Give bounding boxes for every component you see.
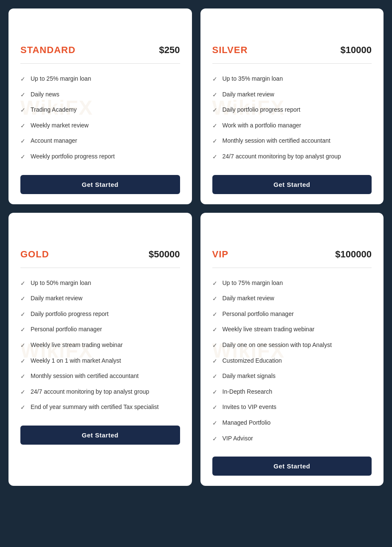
feature-item: ✓In-Depth Research xyxy=(212,384,372,400)
check-icon: ✓ xyxy=(20,357,25,366)
feature-item: ✓Work with a portfolio manager xyxy=(212,118,372,134)
feature-item: ✓Weekly portfolio progress report xyxy=(20,149,180,165)
feature-text: In-Depth Research xyxy=(223,388,273,396)
feature-text: Monthly session with certified accountan… xyxy=(223,137,330,145)
plan-card-standard: WikiFXSTANDARD$250✓Up to 25% margin loan… xyxy=(8,8,192,204)
check-icon: ✓ xyxy=(20,310,25,319)
feature-text: Managed Portfolio xyxy=(223,419,271,427)
feature-text: Trading Academy xyxy=(31,106,76,114)
feature-item: ✓Customized Education xyxy=(212,353,372,369)
plan-name: SILVER xyxy=(212,45,248,56)
feature-text: Daily portfolio progress report xyxy=(223,106,301,114)
feature-item: ✓Account manager xyxy=(20,133,180,149)
plan-name: STANDARD xyxy=(20,45,76,56)
plan-name: VIP xyxy=(212,249,228,260)
check-icon: ✓ xyxy=(20,91,25,99)
plan-header: SILVER$10000 xyxy=(212,45,372,56)
check-icon: ✓ xyxy=(212,435,217,443)
plan-price: $10000 xyxy=(341,45,372,56)
feature-item: ✓Invites to VIP events xyxy=(212,400,372,415)
feature-item: ✓24/7 account monitoring by top analyst … xyxy=(212,149,372,165)
features-list: ✓Up to 35% margin loan✓Daily market revi… xyxy=(212,71,372,165)
check-icon: ✓ xyxy=(212,388,217,397)
plan-divider xyxy=(20,268,180,268)
feature-text: Weekly live stream trading webinar xyxy=(223,325,315,334)
get-started-button-gold[interactable]: Get Started xyxy=(20,426,180,445)
feature-text: Daily news xyxy=(31,90,59,99)
check-icon: ✓ xyxy=(212,106,217,115)
feature-text: End of year summary with certified Tax s… xyxy=(31,403,159,412)
feature-item: ✓Up to 75% margin loan xyxy=(212,276,372,291)
feature-text: Account manager xyxy=(31,137,77,145)
feature-item: ✓Daily market signals xyxy=(212,369,372,384)
check-icon: ✓ xyxy=(212,153,217,161)
feature-item: ✓Daily market review xyxy=(20,291,180,307)
feature-text: Weekly 1 on 1 with market Analyst xyxy=(31,357,121,365)
feature-text: Up to 25% margin loan xyxy=(31,75,91,83)
feature-item: ✓Weekly live stream trading webinar xyxy=(20,338,180,353)
feature-text: Monthly session with certified accountan… xyxy=(31,372,138,381)
check-icon: ✓ xyxy=(20,279,25,288)
check-icon: ✓ xyxy=(212,419,217,428)
feature-item: ✓Monthly session with certified accounta… xyxy=(212,133,372,149)
feature-text: Weekly portfolio progress report xyxy=(31,152,115,161)
plan-header: VIP$100000 xyxy=(212,249,372,260)
feature-item: ✓Weekly live stream trading webinar xyxy=(212,322,372,338)
feature-item: ✓Up to 50% margin loan xyxy=(20,276,180,291)
feature-text: Daily market review xyxy=(223,90,274,99)
feature-item: ✓Up to 35% margin loan xyxy=(212,71,372,87)
check-icon: ✓ xyxy=(212,403,217,412)
check-icon: ✓ xyxy=(20,153,25,161)
features-list: ✓Up to 75% margin loan✓Daily market revi… xyxy=(212,276,372,447)
check-icon: ✓ xyxy=(20,372,25,381)
feature-item: ✓Trading Academy xyxy=(20,102,180,118)
feature-item: ✓Daily market review xyxy=(212,87,372,103)
feature-item: ✓Daily portfolio progress report xyxy=(212,102,372,118)
plan-header: STANDARD$250 xyxy=(20,45,180,56)
feature-item: ✓Personal portfolio manager xyxy=(20,322,180,338)
feature-text: Weekly market review xyxy=(31,121,89,130)
check-icon: ✓ xyxy=(20,75,25,84)
check-icon: ✓ xyxy=(20,137,25,146)
feature-text: 24/7 account monitoring by top analyst g… xyxy=(223,152,341,161)
feature-text: VIP Advisor xyxy=(223,434,253,443)
plan-divider xyxy=(212,268,372,268)
feature-item: ✓VIP Advisor xyxy=(212,431,372,447)
check-icon: ✓ xyxy=(212,75,217,84)
feature-text: Daily portfolio progress report xyxy=(31,310,109,319)
feature-item: ✓Daily one on one session with top Analy… xyxy=(212,338,372,353)
feature-text: Daily market review xyxy=(223,294,274,303)
feature-item: ✓Monthly session with certified accounta… xyxy=(20,369,180,384)
feature-text: Up to 35% margin loan xyxy=(223,75,283,83)
get-started-button-standard[interactable]: Get Started xyxy=(20,175,180,194)
feature-text: Up to 50% margin loan xyxy=(31,279,91,288)
check-icon: ✓ xyxy=(212,279,217,288)
plan-card-vip: WikiFXVIP$100000✓Up to 75% margin loan✓D… xyxy=(200,213,384,486)
plan-price: $100000 xyxy=(335,249,372,260)
feature-item: ✓Daily portfolio progress report xyxy=(20,307,180,322)
get-started-button-silver[interactable]: Get Started xyxy=(212,175,372,194)
check-icon: ✓ xyxy=(212,372,217,381)
feature-text: Work with a portfolio manager xyxy=(223,121,302,130)
feature-text: Invites to VIP events xyxy=(223,403,276,412)
feature-text: Weekly live stream trading webinar xyxy=(31,341,123,350)
check-icon: ✓ xyxy=(212,91,217,99)
features-list: ✓Up to 50% margin loan✓Daily market revi… xyxy=(20,276,180,415)
plan-card-silver: WikiFXSILVER$10000✓Up to 35% margin loan… xyxy=(200,8,384,204)
feature-item: ✓Daily news xyxy=(20,87,180,103)
check-icon: ✓ xyxy=(212,341,217,350)
plan-divider xyxy=(20,63,180,64)
get-started-button-vip[interactable]: Get Started xyxy=(212,457,372,476)
feature-item: ✓24/7 account monitoring by top analyst … xyxy=(20,384,180,400)
features-list: ✓Up to 25% margin loan✓Daily news✓Tradin… xyxy=(20,71,180,165)
feature-item: ✓Personal portfolio manager xyxy=(212,307,372,322)
feature-text: 24/7 account monitoring by top analyst g… xyxy=(31,388,149,396)
feature-text: Customized Education xyxy=(223,357,282,365)
check-icon: ✓ xyxy=(212,357,217,366)
check-icon: ✓ xyxy=(20,341,25,350)
feature-item: ✓Managed Portfolio xyxy=(212,415,372,431)
check-icon: ✓ xyxy=(212,326,217,334)
feature-text: Daily market signals xyxy=(223,372,276,381)
check-icon: ✓ xyxy=(212,122,217,130)
check-icon: ✓ xyxy=(20,403,25,412)
